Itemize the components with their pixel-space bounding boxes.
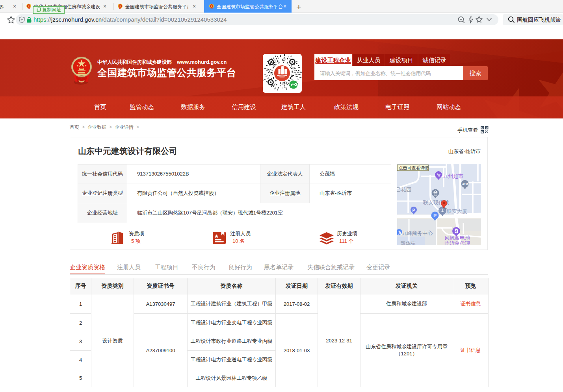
svg-text:P: P <box>433 213 437 218</box>
svg-text:九峰商务中心: 九峰商务中心 <box>402 230 433 236</box>
svg-text:P: P <box>412 208 415 213</box>
svg-text:九: 九 <box>398 230 402 235</box>
svg-text:风帆蓄电池: 风帆蓄电池 <box>444 235 470 241</box>
svg-text:九州超市: 九州超市 <box>443 173 463 179</box>
svg-text:己花园: 己花园 <box>397 187 411 192</box>
svg-text:临沂总代理: 临沂总代理 <box>444 240 470 245</box>
svg-text:ATM: ATM <box>462 183 468 185</box>
svg-text:点击可查看详情: 点击可查看详情 <box>399 165 429 170</box>
svg-text:新华苑: 新华苑 <box>400 240 416 245</box>
svg-text:联安大厦: 联安大厦 <box>446 208 467 214</box>
